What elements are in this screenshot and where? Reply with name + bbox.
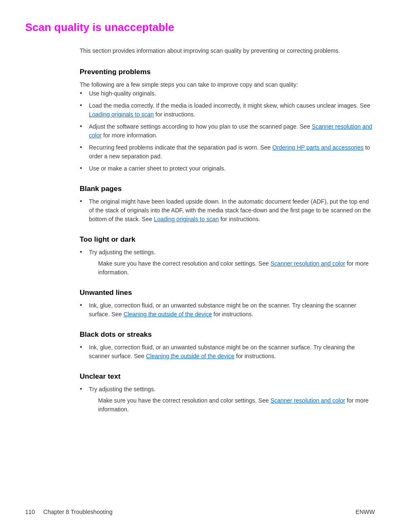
section-blank-pages: Blank pages The original might have been… xyxy=(80,185,375,224)
cleaning-outside-link-1[interactable]: Cleaning the outside of the device xyxy=(124,311,212,318)
unwanted-lines-bullet-list: Ink, glue, correction fluid, or an unwan… xyxy=(80,301,375,319)
loading-originals-link-2[interactable]: Loading originals to scan xyxy=(154,216,219,222)
section-preventing-problems: Preventing problems The following are a … xyxy=(80,68,375,173)
scanner-resolution-link-1[interactable]: Scanner resolution and color xyxy=(89,123,372,139)
section-unclear-text: Unclear text Try adjusting the settings.… xyxy=(80,372,375,414)
section-heading-unwanted-lines: Unwanted lines xyxy=(80,289,375,297)
page-footer: 110 Chapter 8 Troubleshooting ENWW xyxy=(25,509,375,515)
ordering-hp-parts-link[interactable]: Ordering HP parts and accessories xyxy=(272,144,364,151)
list-item: Ink, glue, correction fluid, or an unwan… xyxy=(80,301,375,319)
scanner-resolution-link-3[interactable]: Scanner resolution and color xyxy=(270,397,345,404)
blank-pages-bullet-list: The original might have been loaded upsi… xyxy=(80,197,375,224)
too-light-bullet-list: Try adjusting the settings. Make sure yo… xyxy=(80,248,375,277)
section-heading-blank-pages: Blank pages xyxy=(80,185,375,193)
loading-originals-link-1[interactable]: Loading originals to scan xyxy=(89,111,154,118)
list-item: Load the media correctly. If the media i… xyxy=(80,101,375,119)
cleaning-outside-link-2[interactable]: Cleaning the outside of the device xyxy=(146,353,234,359)
section-unwanted-lines: Unwanted lines Ink, glue, correction flu… xyxy=(80,289,375,319)
section-body-unwanted-lines: Ink, glue, correction fluid, or an unwan… xyxy=(80,301,375,319)
page-title: Scan quality is unacceptable xyxy=(25,21,375,34)
section-heading-preventing-problems: Preventing problems xyxy=(80,68,375,76)
section-heading-unclear-text: Unclear text xyxy=(80,372,375,381)
footer-right: ENWW xyxy=(356,509,375,515)
list-item: Use high-quality originals. xyxy=(80,89,375,98)
section-body-blank-pages: The original might have been loaded upsi… xyxy=(80,197,375,224)
footer-page-number: 110 xyxy=(25,509,35,515)
footer-chapter: Chapter 8 Troubleshooting xyxy=(43,509,112,515)
sub-para: Make sure you have the correct resolutio… xyxy=(98,396,375,414)
list-item: Use or make a carrier sheet to protect y… xyxy=(80,164,375,173)
sections-container: Preventing problems The following are a … xyxy=(25,68,375,414)
section-body-unclear-text: Try adjusting the settings. Make sure yo… xyxy=(80,385,375,414)
list-item: Try adjusting the settings. Make sure yo… xyxy=(80,385,375,414)
list-item: Ink, glue, correction fluid, or an unwan… xyxy=(80,343,375,361)
preventing-intro: The following are a few simple steps you… xyxy=(80,80,375,89)
preventing-bullet-list: Use high-quality originals. Load the med… xyxy=(80,89,375,173)
section-body-black-dots-or-streaks: Ink, glue, correction fluid, or an unwan… xyxy=(80,343,375,361)
section-body-too-light-or-dark: Try adjusting the settings. Make sure yo… xyxy=(80,248,375,277)
section-heading-black-dots-or-streaks: Black dots or streaks xyxy=(80,331,375,339)
section-heading-too-light-or-dark: Too light or dark xyxy=(80,235,375,244)
intro-paragraph: This section provides information about … xyxy=(80,46,375,55)
list-item: Try adjusting the settings. Make sure yo… xyxy=(80,248,375,277)
section-body-preventing-problems: The following are a few simple steps you… xyxy=(80,80,375,173)
scanner-resolution-link-2[interactable]: Scanner resolution and color xyxy=(270,260,345,267)
footer-left: 110 Chapter 8 Troubleshooting xyxy=(25,509,112,515)
section-too-light-or-dark: Too light or dark Try adjusting the sett… xyxy=(80,235,375,277)
list-item: Adjust the software settings according t… xyxy=(80,122,375,140)
list-item: Recurring feed problems indicate that th… xyxy=(80,143,375,161)
black-dots-bullet-list: Ink, glue, correction fluid, or an unwan… xyxy=(80,343,375,361)
section-black-dots-or-streaks: Black dots or streaks Ink, glue, correct… xyxy=(80,331,375,361)
sub-para: Make sure you have the correct resolutio… xyxy=(98,259,375,277)
unclear-text-bullet-list: Try adjusting the settings. Make sure yo… xyxy=(80,385,375,414)
list-item: The original might have been loaded upsi… xyxy=(80,197,375,224)
